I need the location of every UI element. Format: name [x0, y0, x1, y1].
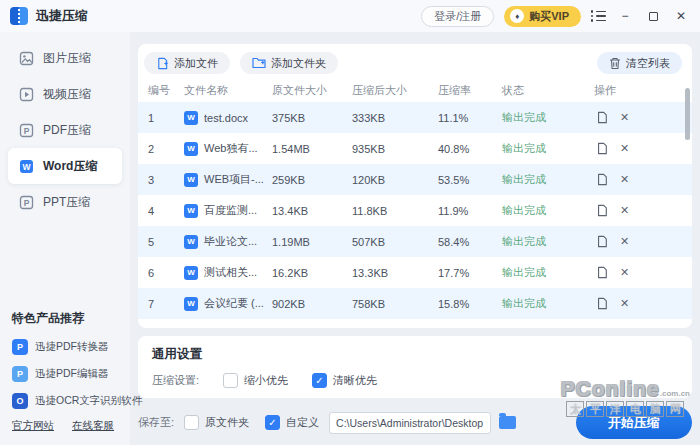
row-number: 6 — [148, 267, 184, 279]
file-name-cell: W WEB项目-... — [184, 172, 272, 187]
original-size: 1.54MB — [272, 143, 352, 155]
remove-file-icon[interactable]: ✕ — [620, 266, 629, 279]
open-file-location-icon[interactable] — [596, 297, 608, 310]
product-pdf-editor[interactable]: P 迅捷PDF编辑器 — [12, 366, 118, 382]
open-file-location-icon[interactable] — [596, 204, 608, 217]
buy-vip-button[interactable]: ♦ 购买VIP — [504, 6, 581, 27]
app-title: 迅捷压缩 — [36, 7, 88, 25]
clarity-priority-option[interactable]: ✓ 清晰优先 — [312, 373, 377, 388]
clarity-priority-checkbox[interactable]: ✓ — [312, 373, 327, 388]
compression-ratio: 17.7% — [438, 267, 502, 279]
maximize-button[interactable] — [644, 7, 662, 25]
ppt-compress-icon: P — [18, 194, 34, 210]
compression-ratio: 58.4% — [438, 236, 502, 248]
sidebar-item-word-compress[interactable]: W Word压缩 — [8, 148, 122, 184]
custom-folder-option[interactable]: ✓ 自定义 — [265, 415, 319, 430]
operation-cell: ✕ — [594, 204, 688, 217]
save-bar: 保存至: 原文件夹 ✓ 自定义 开始压缩 — [138, 406, 692, 439]
clarity-priority-label: 清晰优先 — [333, 373, 377, 388]
row-number: 3 — [148, 174, 184, 186]
compressed-size: 758KB — [352, 298, 438, 310]
remove-file-icon[interactable]: ✕ — [620, 142, 629, 155]
add-file-icon — [156, 57, 169, 70]
word-compress-icon: W — [18, 158, 34, 174]
operation-cell: ✕ — [594, 235, 688, 248]
start-compress-button[interactable]: 开始压缩 — [576, 406, 692, 439]
compressed-size: 507KB — [352, 236, 438, 248]
original-size: 375KB — [272, 112, 352, 124]
file-name-cell: W 毕业论文... — [184, 234, 272, 249]
remove-file-icon[interactable]: ✕ — [620, 111, 629, 124]
size-priority-checkbox[interactable] — [223, 373, 238, 388]
sidebar: 图片压缩 视频压缩 P PDF压缩 W Word压缩 P PPT压缩 — [0, 32, 130, 445]
remove-file-icon[interactable]: ✕ — [620, 297, 629, 310]
status-text: 输出完成 — [502, 265, 594, 280]
table-row: 1 W test.docx 375KB 333KB 11.1% 输出完成 ✕ — [138, 102, 692, 133]
word-file-icon: W — [184, 235, 198, 249]
remove-file-icon[interactable]: ✕ — [620, 173, 629, 186]
compression-ratio: 11.1% — [438, 112, 502, 124]
file-name-cell: W 百度监测... — [184, 203, 272, 218]
product-ocr[interactable]: O 迅捷OCR文字识别软件 — [12, 393, 118, 409]
table-scrollbar[interactable] — [685, 88, 690, 140]
file-name-cell: W 会议纪要 (... — [184, 296, 272, 311]
compressed-size: 120KB — [352, 174, 438, 186]
sidebar-item-pdf-compress[interactable]: P PDF压缩 — [8, 112, 122, 148]
titlebar: 迅捷压缩 登录/注册 ♦ 购买VIP − ✕ — [0, 0, 700, 32]
compressed-size: 333KB — [352, 112, 438, 124]
file-name-cell: W Web独有... — [184, 141, 272, 156]
open-file-location-icon[interactable] — [596, 235, 608, 248]
operation-cell: ✕ — [594, 142, 688, 155]
size-priority-option[interactable]: 缩小优先 — [223, 373, 288, 388]
open-file-location-icon[interactable] — [596, 173, 608, 186]
original-size: 259KB — [272, 174, 352, 186]
word-file-icon: W — [184, 173, 198, 187]
table-row: 7 W 会议纪要 (... 902KB 758KB 15.8% 输出完成 ✕ — [138, 288, 692, 319]
file-name: 百度监测... — [204, 203, 257, 218]
original-size: 902KB — [272, 298, 352, 310]
buy-vip-label: 购买VIP — [529, 9, 569, 24]
open-file-location-icon[interactable] — [596, 266, 608, 279]
login-register-button[interactable]: 登录/注册 — [421, 6, 494, 27]
sidebar-item-image-compress[interactable]: 图片压缩 — [8, 40, 122, 76]
product-pdf-converter[interactable]: P 迅捷PDF转换器 — [12, 339, 118, 355]
toolbar: 添加文件 添加文件夹 清空列表 — [138, 44, 692, 78]
close-button[interactable]: ✕ — [672, 7, 690, 25]
original-folder-option[interactable]: 原文件夹 — [184, 415, 249, 430]
remove-file-icon[interactable]: ✕ — [620, 235, 629, 248]
sidebar-item-ppt-compress[interactable]: P PPT压缩 — [8, 184, 122, 220]
operation-cell: ✕ — [594, 173, 688, 186]
file-name-cell: W test.docx — [184, 111, 272, 125]
settings-title: 通用设置 — [152, 346, 678, 363]
row-number: 7 — [148, 298, 184, 310]
browse-folder-icon[interactable] — [499, 416, 516, 429]
save-path-input[interactable] — [329, 412, 491, 434]
table-row: 6 W 测试相关... 16.2KB 13.3KB 17.7% 输出完成 ✕ — [138, 257, 692, 288]
open-file-location-icon[interactable] — [596, 111, 608, 124]
add-file-button[interactable]: 添加文件 — [144, 52, 230, 74]
add-folder-button[interactable]: 添加文件夹 — [240, 52, 338, 74]
product-label: 迅捷PDF转换器 — [35, 340, 109, 354]
file-list-card: 添加文件 添加文件夹 清空列表 编号 文件名称 原文件大小 压缩后大小 压缩率 … — [138, 44, 692, 328]
menu-list-icon[interactable] — [591, 9, 606, 24]
pdf-editor-icon: P — [12, 366, 28, 382]
ocr-icon: O — [12, 393, 28, 409]
online-support-link[interactable]: 在线客服 — [72, 419, 114, 433]
product-label: 迅捷PDF编辑器 — [35, 367, 109, 381]
sidebar-item-video-compress[interactable]: 视频压缩 — [8, 76, 122, 112]
official-website-link[interactable]: 官方网站 — [12, 419, 54, 433]
file-name: 毕业论文... — [204, 234, 257, 249]
row-number: 2 — [148, 143, 184, 155]
svg-text:P: P — [23, 125, 29, 135]
open-file-location-icon[interactable] — [596, 142, 608, 155]
col-header-original-size: 原文件大小 — [272, 83, 352, 98]
clear-list-button[interactable]: 清空列表 — [597, 52, 682, 74]
custom-folder-checkbox[interactable]: ✓ — [265, 415, 280, 430]
svg-text:W: W — [22, 161, 31, 171]
remove-file-icon[interactable]: ✕ — [620, 204, 629, 217]
col-header-no: 编号 — [148, 83, 184, 98]
compressed-size: 935KB — [352, 143, 438, 155]
original-folder-checkbox[interactable] — [184, 415, 199, 430]
row-number: 1 — [148, 112, 184, 124]
minimize-button[interactable]: − — [616, 7, 634, 25]
